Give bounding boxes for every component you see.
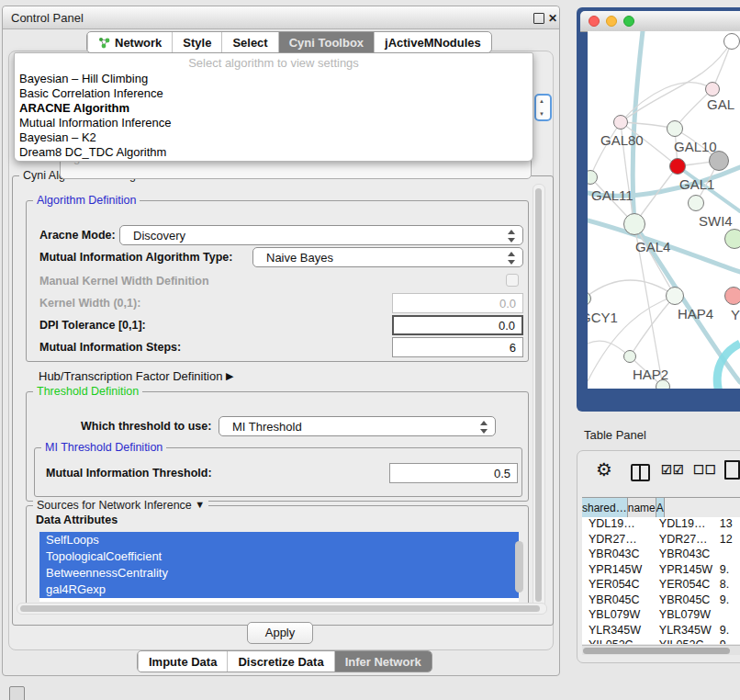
- dpi-tolerance-label: DPI Tolerance [0,1]:: [39, 319, 146, 332]
- algorithm-option[interactable]: Mutual Information Inference: [18, 116, 529, 130]
- network-node-label: GAL: [707, 96, 734, 112]
- network-node-label: GAL1: [679, 176, 714, 192]
- network-node[interactable]: [688, 195, 704, 211]
- aracne-mode-combo[interactable]: Discovery: [119, 225, 523, 245]
- table-horizontal-scrollbar[interactable]: [582, 645, 740, 655]
- float-panel-icon[interactable]: [533, 13, 544, 24]
- cyni-algorithm-settings-group: Cyni Algorithm Settings Algorithm Defini…: [12, 175, 554, 626]
- algorithm-option[interactable]: Bayesian – K2: [18, 130, 529, 145]
- table-row[interactable]: YDR27… YDR27… 12: [582, 533, 740, 548]
- control-panel-tab[interactable]: jActiveMNodules: [374, 32, 491, 52]
- table-row[interactable]: YPR145W YPR145W 9.: [582, 563, 740, 579]
- minimized-panel-icon[interactable]: [9, 686, 25, 700]
- mi-threshold-field[interactable]: 0.5: [389, 463, 518, 483]
- algorithm-definition-title: Algorithm Definition: [33, 194, 140, 207]
- table-row[interactable]: YLR345W YLR345W 9.: [582, 624, 740, 639]
- control-panel-tab[interactable]: Network: [87, 32, 172, 52]
- table-header: shared… name A: [582, 497, 740, 519]
- tab-label: Cyni Toolbox: [289, 36, 364, 50]
- mi-type-value: Naive Bayes: [266, 251, 333, 265]
- control-panel-tab[interactable]: Select: [221, 32, 277, 52]
- cell-name: YPR145W: [650, 563, 716, 579]
- cell-value: 12: [716, 533, 740, 548]
- document-icon[interactable]: [724, 460, 740, 480]
- cell-value: 8.: [716, 578, 740, 593]
- window-zoom-icon[interactable]: [623, 16, 634, 27]
- expander-right-arrow-icon: ▶: [226, 370, 233, 381]
- cell-value: [716, 608, 740, 624]
- network-canvas[interactable]: GALGAL80GAL10GAL1GAL11GAL4SWI4GCY1HAP4YH…: [588, 31, 740, 389]
- bottom-tab[interactable]: Discretize Data: [227, 651, 333, 672]
- combo-stepper-icon: [507, 229, 515, 243]
- network-node[interactable]: [723, 33, 740, 50]
- network-node[interactable]: [705, 82, 720, 96]
- settings-horizontal-scrollbar[interactable]: [17, 603, 547, 615]
- data-attribute-item[interactable]: BetweennessCentrality: [39, 565, 519, 581]
- collapse-down-arrow-icon[interactable]: ▼: [195, 499, 205, 510]
- table-row[interactable]: YBL079W YBL079W: [582, 608, 740, 624]
- network-node[interactable]: [669, 158, 686, 175]
- apply-button[interactable]: Apply: [247, 622, 313, 644]
- algorithm-option[interactable]: Basic Correlation Inference: [18, 86, 529, 101]
- hub-definition-expander[interactable]: Hub/Transcription Factor Definition ▶: [39, 369, 233, 383]
- split-columns-icon[interactable]: [631, 464, 650, 481]
- combo-stepper-icon: [507, 251, 515, 265]
- table-row[interactable]: YBR043C YBR043C: [582, 548, 740, 563]
- sources-group-title: Sources for Network Inference ▼: [33, 499, 208, 512]
- control-panel-tabbar: Network Style Select Cyni Toolbox jActiv…: [86, 31, 492, 53]
- data-attribute-item[interactable]: TopologicalCoefficient: [39, 548, 519, 565]
- window-minimize-icon[interactable]: [606, 16, 617, 27]
- data-attribute-item[interactable]: SelfLoops: [39, 532, 519, 548]
- network-node[interactable]: [724, 229, 740, 249]
- network-node[interactable]: [613, 115, 628, 130]
- table-row[interactable]: YDL19… YDL19… 13: [582, 517, 740, 533]
- table-column-header[interactable]: A: [656, 498, 665, 518]
- mi-type-combo[interactable]: Naive Bayes: [252, 247, 523, 267]
- network-node[interactable]: [656, 379, 670, 389]
- table-column-header[interactable]: name: [628, 498, 656, 518]
- cell-value: [716, 548, 740, 563]
- network-node-label: GAL4: [635, 239, 670, 254]
- settings-horizontal-scrollbar-thumb[interactable]: [20, 605, 540, 612]
- mi-threshold-definition-group: MI Threshold Definition Mutual Informati…: [34, 447, 522, 497]
- cell-value: 9.: [716, 593, 740, 609]
- mi-steps-field[interactable]: 6: [392, 337, 523, 357]
- mi-steps-label: Mutual Information Steps:: [39, 341, 181, 354]
- network-node[interactable]: [724, 287, 740, 305]
- table-row[interactable]: YER054C YER054C 8.: [582, 578, 740, 593]
- focused-combo-stepper[interactable]: ▲▼: [534, 94, 552, 121]
- table-column-header[interactable]: shared…: [582, 498, 628, 518]
- network-node[interactable]: [667, 120, 683, 137]
- cell-name: YDR27…: [650, 533, 716, 548]
- bottom-tab[interactable]: Impute Data: [138, 651, 227, 672]
- algorithm-option[interactable]: Dream8 DC_TDC Algorithm: [18, 145, 529, 160]
- close-panel-icon[interactable]: ✕: [548, 13, 557, 24]
- algorithm-option[interactable]: Bayesian – Hill Climbing: [18, 72, 529, 86]
- data-attribute-item[interactable]: gal4RGexp: [39, 581, 519, 598]
- table-row[interactable]: YIL052C YIL052C 9.: [582, 638, 740, 644]
- control-panel-tab[interactable]: Style: [172, 32, 221, 52]
- algorithm-option[interactable]: ARACNE Algorithm: [18, 101, 529, 116]
- network-node[interactable]: [623, 350, 636, 363]
- mi-type-label: Mutual Information Algorithm Type:: [39, 251, 232, 264]
- settings-vertical-scrollbar-thumb[interactable]: [535, 188, 542, 602]
- bottom-tab[interactable]: Infer Network: [334, 651, 432, 672]
- attributes-list-scrollbar-thumb[interactable]: [515, 541, 523, 593]
- aracne-mode-value: Discovery: [133, 229, 185, 243]
- gear-icon[interactable]: ⚙: [596, 458, 612, 480]
- network-node[interactable]: [666, 287, 684, 305]
- which-threshold-combo[interactable]: MI Threshold: [219, 416, 496, 436]
- window-close-icon[interactable]: [589, 16, 600, 27]
- network-node[interactable]: [623, 213, 645, 235]
- table-row[interactable]: YBR045C YBR045C 9.: [582, 593, 740, 609]
- kernel-width-field[interactable]: 0.0: [392, 293, 523, 313]
- settings-vertical-scrollbar[interactable]: [533, 184, 545, 614]
- cell-shared-name: YBR045C: [582, 593, 650, 609]
- network-node[interactable]: [709, 151, 729, 171]
- deselect-all-checkboxes-icon[interactable]: ☐☐: [693, 463, 716, 477]
- dpi-tolerance-field[interactable]: 0.0: [392, 315, 523, 335]
- control-panel-tab[interactable]: Cyni Toolbox: [278, 32, 374, 52]
- manual-kernel-checkbox[interactable]: [506, 274, 519, 287]
- table-horizontal-scrollbar-thumb[interactable]: [583, 648, 730, 654]
- select-all-checkboxes-icon[interactable]: ☑☑: [661, 463, 684, 477]
